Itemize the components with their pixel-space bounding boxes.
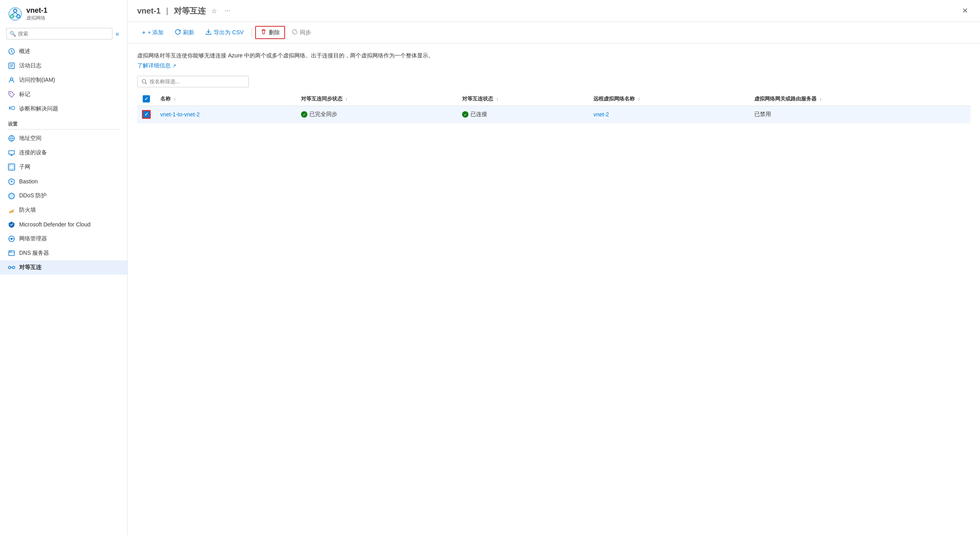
name-sort-icon[interactable]: ↕ bbox=[174, 97, 176, 101]
row-sync-status-cell: 已完全同步 bbox=[296, 106, 457, 123]
export-label: 导出为 CSV bbox=[214, 29, 244, 36]
more-button[interactable]: ··· bbox=[222, 6, 232, 16]
refresh-button[interactable]: 刷新 bbox=[170, 26, 199, 39]
svg-line-36 bbox=[146, 83, 147, 84]
col-header-sync-status: 对等互连同步状态 ↕ bbox=[296, 92, 457, 106]
sync-status-sort-icon[interactable]: ↕ bbox=[346, 97, 348, 101]
col-header-name: 名称 ↕ bbox=[155, 92, 296, 106]
vnet-icon bbox=[8, 7, 22, 21]
sidebar-item-tags[interactable]: 标记 bbox=[0, 87, 127, 102]
sync-button[interactable]: 同步 bbox=[287, 26, 316, 39]
sidebar-item-activity-log[interactable]: 活动日志 bbox=[0, 59, 127, 73]
sidebar-item-diagnose[interactable]: 诊断和解决问题 bbox=[0, 102, 127, 116]
tag-icon bbox=[8, 91, 15, 98]
delete-button[interactable]: 删除 bbox=[255, 26, 285, 39]
remote-vnet-sort-icon[interactable]: ↕ bbox=[638, 97, 640, 101]
header-flex: vnet-1 | 对等互连 ☆ ··· bbox=[137, 6, 960, 16]
row-remote-vnet-link[interactable]: vnet-2 bbox=[593, 111, 609, 118]
svg-point-25 bbox=[11, 238, 13, 240]
peering-status-sort-icon[interactable]: ↕ bbox=[496, 97, 498, 101]
sidebar: vnet-1 虚拟网络 🔍 « 概述 活动日志 访问控制(IAM) 标记 bbox=[0, 0, 128, 535]
col-header-checkbox bbox=[137, 92, 155, 106]
sidebar-header: vnet-1 虚拟网络 bbox=[0, 0, 127, 25]
sidebar-collapse-button[interactable]: « bbox=[114, 29, 121, 39]
table-row: vnet-1-to-vnet-2 已完全同步 已连接 bbox=[137, 106, 970, 123]
sidebar-resource-type: 虚拟网络 bbox=[26, 15, 119, 22]
defender-icon bbox=[8, 221, 15, 228]
sync-status-dot bbox=[301, 111, 307, 118]
row-checkbox[interactable] bbox=[142, 110, 151, 119]
add-button[interactable]: + + 添加 bbox=[137, 27, 168, 39]
device-icon bbox=[8, 149, 15, 156]
sidebar-search-container: 🔍 « bbox=[6, 28, 121, 39]
subnet-icon bbox=[8, 163, 15, 171]
overview-icon bbox=[8, 48, 15, 55]
sidebar-item-bastion[interactable]: Bastion bbox=[0, 174, 127, 189]
sidebar-search-icon: 🔍 bbox=[10, 31, 16, 37]
refresh-label: 刷新 bbox=[183, 29, 194, 36]
col-header-gateway: 虚拟网络网关或路由服务器 ↕ bbox=[750, 92, 970, 106]
sidebar-item-connected-devices[interactable]: 连接的设备 bbox=[0, 146, 127, 160]
bastion-icon bbox=[8, 178, 15, 185]
sidebar-item-label-overview: 概述 bbox=[19, 48, 30, 55]
svg-point-32 bbox=[8, 266, 11, 269]
learn-more-label: 了解详细信息 bbox=[137, 62, 171, 69]
filter-input-container bbox=[137, 76, 249, 87]
row-peering-status-cell: 已连接 bbox=[457, 106, 588, 123]
row-name-link[interactable]: vnet-1-to-vnet-2 bbox=[160, 111, 200, 118]
col-header-remote-vnet: 远程虚拟网络名称 ↕ bbox=[588, 92, 750, 106]
row-remote-vnet-cell: vnet-2 bbox=[588, 106, 750, 123]
close-button[interactable]: ✕ bbox=[960, 5, 970, 17]
settings-section-label: 设置 bbox=[0, 116, 127, 129]
toolbar: + + 添加 刷新 导出为 CSV 删除 同步 bbox=[128, 22, 980, 43]
sidebar-item-label-defender: Microsoft Defender for Cloud bbox=[19, 221, 91, 228]
sidebar-item-label-connected-devices: 连接的设备 bbox=[19, 149, 47, 156]
svg-point-15 bbox=[10, 93, 11, 94]
filter-search-icon bbox=[142, 79, 147, 85]
svg-point-31 bbox=[11, 251, 12, 252]
sidebar-item-firewall[interactable]: 防火墙 bbox=[0, 203, 127, 217]
sidebar-item-dns[interactable]: DNS 服务器 bbox=[0, 246, 127, 260]
sidebar-item-label-address-space: 地址空间 bbox=[19, 135, 41, 142]
svg-point-33 bbox=[12, 266, 15, 269]
star-button[interactable]: ☆ bbox=[209, 6, 219, 16]
row-name-cell: vnet-1-to-vnet-2 bbox=[155, 106, 296, 123]
refresh-icon bbox=[175, 29, 181, 36]
sidebar-item-overview[interactable]: 概述 bbox=[0, 44, 127, 59]
sidebar-search-input[interactable] bbox=[6, 28, 112, 39]
row-gateway-text: 已禁用 bbox=[754, 111, 771, 117]
export-button[interactable]: 导出为 CSV bbox=[201, 26, 248, 39]
page-subtitle: 对等互连 bbox=[174, 6, 206, 15]
content-area: 虚拟网络对等互连使你能够无缝连接 Azure 中的两个或多个虚拟网络。出于连接目… bbox=[128, 43, 980, 535]
sidebar-item-label-ddos: DDoS 防护 bbox=[19, 192, 47, 199]
sidebar-title-block: vnet-1 虚拟网络 bbox=[26, 6, 119, 22]
gateway-sort-icon[interactable]: ↕ bbox=[820, 97, 822, 101]
sidebar-item-label-diagnose: 诊断和解决问题 bbox=[19, 105, 58, 112]
sidebar-item-label-dns: DNS 服务器 bbox=[19, 250, 49, 257]
sync-label: 同步 bbox=[300, 29, 311, 36]
sidebar-item-peerings[interactable]: 对等互连 bbox=[0, 260, 127, 275]
iam-icon bbox=[8, 77, 15, 84]
sidebar-item-ddos[interactable]: DDoS 防护 bbox=[0, 189, 127, 203]
toolbar-separator bbox=[252, 28, 252, 37]
learn-more-link[interactable]: 了解详细信息 ↗ bbox=[137, 62, 176, 69]
row-gateway-cell: 已禁用 bbox=[750, 106, 970, 123]
main-content: vnet-1 | 对等互连 ☆ ··· ✕ + + 添加 刷新 导出为 CSV bbox=[128, 0, 980, 535]
filter-input[interactable] bbox=[150, 79, 244, 85]
sidebar-resource-name: vnet-1 bbox=[26, 6, 119, 15]
description-text: 虚拟网络对等互连使你能够无缝连接 Azure 中的两个或多个虚拟网络。出于连接目… bbox=[137, 51, 970, 60]
sidebar-item-iam[interactable]: 访问控制(IAM) bbox=[0, 73, 127, 87]
select-all-checkbox[interactable] bbox=[143, 95, 150, 102]
peering-status-dot bbox=[462, 111, 468, 118]
add-icon: + bbox=[142, 29, 146, 36]
svg-rect-21 bbox=[10, 165, 14, 169]
sidebar-item-subnets[interactable]: 子网 bbox=[0, 160, 127, 174]
sidebar-item-network-manager[interactable]: 网络管理器 bbox=[0, 232, 127, 246]
network-icon bbox=[8, 235, 15, 242]
filter-bar bbox=[137, 76, 970, 87]
sidebar-item-address-space[interactable]: 地址空间 bbox=[0, 131, 127, 146]
external-link-icon: ↗ bbox=[172, 63, 176, 69]
sidebar-item-defender[interactable]: Microsoft Defender for Cloud bbox=[0, 217, 127, 232]
sidebar-item-label-peerings: 对等互连 bbox=[19, 264, 41, 271]
add-label: + 添加 bbox=[148, 29, 163, 36]
